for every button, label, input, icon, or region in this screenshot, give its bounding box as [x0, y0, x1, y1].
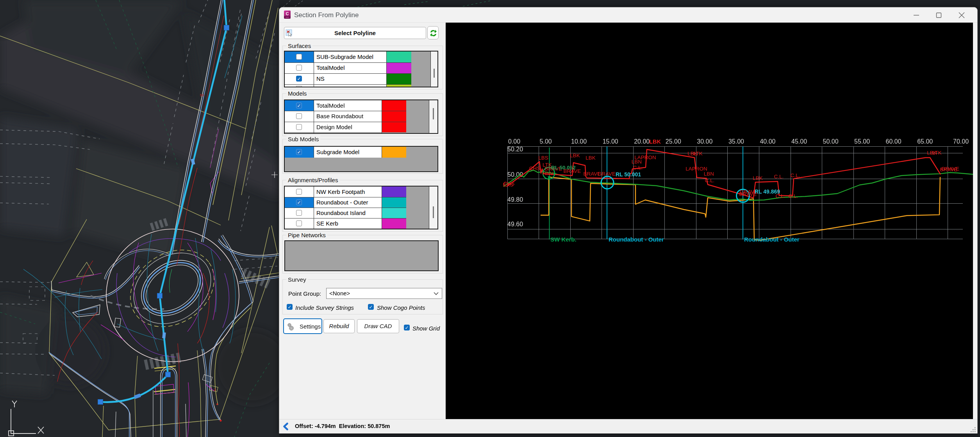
svg-text:Roundabout - Outer: Roundabout - Outer [609, 236, 664, 243]
svg-text:LBK: LBK [586, 155, 596, 161]
svg-text:EXS: EXS [503, 182, 513, 188]
svg-text:C.L.: C.L. [774, 174, 784, 179]
svg-text:HNV: HNV [543, 171, 554, 176]
svg-text:Roundabout - Outer: Roundabout - Outer [744, 236, 800, 243]
svg-text:LTK: LTK [932, 150, 942, 156]
svg-text:49.60: 49.60 [507, 221, 523, 227]
svg-text:LBS: LBS [538, 155, 548, 161]
svg-text:15.00: 15.00 [603, 138, 618, 145]
svg-text:LBK: LBK [753, 175, 763, 181]
svg-text:55.00: 55.00 [854, 138, 870, 145]
svg-text:45.00: 45.00 [791, 138, 807, 145]
svg-text:C.L.: C.L. [789, 193, 798, 199]
svg-text:10.00: 10.00 [571, 138, 587, 145]
svg-text:CHS: CHS [529, 165, 541, 171]
svg-text:50.00: 50.00 [823, 138, 839, 145]
svg-text:RL 49.869: RL 49.869 [755, 188, 780, 195]
svg-text:GRAVE: GRAVE [598, 171, 616, 177]
svg-text:30.00: 30.00 [697, 138, 712, 145]
svg-text:BRAVE: BRAVE [940, 167, 958, 172]
svg-text:RL 50.052: RL 50.052 [551, 165, 576, 171]
svg-text:2: 2 [214, 388, 216, 392]
svg-text:5.00: 5.00 [540, 138, 552, 145]
svg-text:LBK: LBK [649, 139, 661, 145]
svg-text:40.00: 40.00 [760, 138, 775, 145]
svg-text:LBN: LBN [704, 171, 714, 177]
svg-text:70.00: 70.00 [953, 138, 969, 145]
svg-text:0.00: 0.00 [508, 138, 520, 145]
svg-text:C.L.: C.L. [633, 165, 643, 171]
svg-text:35.00: 35.00 [728, 138, 744, 145]
svg-text:20.00: 20.00 [634, 138, 650, 145]
svg-text:25.00: 25.00 [666, 138, 681, 145]
svg-text:LBK: LBK [570, 153, 580, 158]
svg-text:LTK: LTK [693, 151, 703, 156]
svg-text:65.00: 65.00 [917, 138, 933, 145]
svg-text:C: C [286, 11, 289, 16]
svg-text:RL 50.001: RL 50.001 [616, 171, 641, 178]
svg-text:C.L.: C.L. [705, 178, 715, 183]
svg-text:50: 50 [200, 93, 204, 97]
svg-text:SW Kerb.: SW Kerb. [550, 236, 577, 243]
svg-text:60.00: 60.00 [886, 138, 901, 145]
svg-text:49.80: 49.80 [507, 196, 523, 203]
svg-text:C.L.: C.L. [791, 172, 800, 178]
svg-text:50.20: 50.20 [507, 146, 523, 153]
svg-text:LAPRON: LAPRON [634, 155, 656, 160]
